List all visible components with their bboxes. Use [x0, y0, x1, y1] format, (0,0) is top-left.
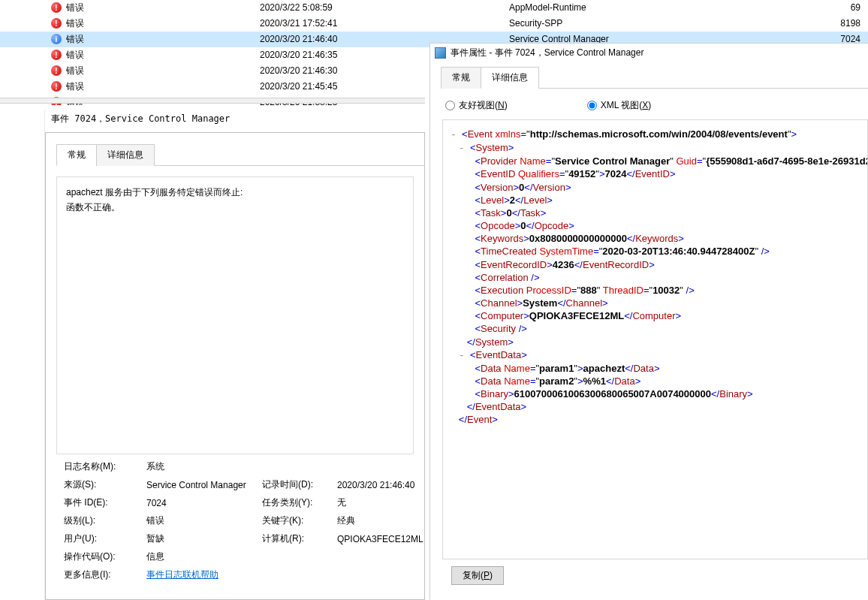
cell-level: 错误 [66, 34, 84, 44]
radio-xml-view[interactable]: XML 视图(X) [587, 99, 652, 112]
event-row[interactable]: !错误2020/3/21 17:52:41Security-SPP8198 [0, 16, 868, 32]
error-icon: ! [51, 81, 62, 92]
label-log-name: 日志名称(M): [64, 460, 146, 473]
cell-level: 错误 [66, 50, 84, 60]
error-icon: ! [51, 50, 62, 60]
message-textbox[interactable]: apachezt 服务由于下列服务特定错误而终止: 函数不正确。 [56, 176, 414, 454]
prop-tabstrip: 常规 详细信息 [441, 66, 868, 89]
details-tabstrip: 常规 详细信息 [56, 143, 424, 166]
cell-level: 错误 [66, 81, 84, 92]
label-more-info: 更多信息(I): [64, 568, 146, 581]
value-task-cat: 无 [337, 496, 423, 509]
xml-content[interactable]: - <Event xmlns="http://schemas.microsoft… [442, 119, 868, 559]
label-level: 级别(L): [64, 514, 146, 527]
value-logged: 2020/3/20 21:46:40 [337, 480, 423, 490]
error-icon: ! [51, 65, 62, 76]
view-mode-radios: 友好视图(N) XML 视图(X) [445, 99, 863, 112]
window-icon [435, 47, 446, 59]
value-keywords: 经典 [337, 514, 423, 527]
value-computer: QPIOKA3FECE12ML [337, 534, 423, 544]
horizontal-splitter[interactable] [0, 98, 425, 104]
cell-level: 错误 [66, 18, 84, 29]
value-event-id: 7024 [146, 498, 262, 508]
error-icon: ! [51, 2, 62, 13]
label-computer: 计算机(R): [262, 532, 337, 545]
titlebar[interactable]: 事件属性 - 事件 7024，Service Control Manager [430, 44, 868, 62]
details-heading: 事件 7024，Service Control Manager [51, 113, 230, 125]
cell-event-id: 8198 [826, 18, 868, 29]
message-line: apachezt 服务由于下列服务特定错误而终止: [66, 185, 404, 200]
cell-time: 2020/3/21 17:52:41 [260, 18, 509, 29]
label-task-cat: 任务类别(Y): [262, 496, 337, 509]
label-keywords: 关键字(K): [262, 514, 337, 527]
value-opcode: 信息 [146, 550, 262, 563]
cell-time: 2020/3/22 5:08:59 [260, 2, 509, 13]
cell-source: AppModel-Runtime [509, 2, 826, 13]
radio-xml-input[interactable] [587, 101, 597, 110]
cell-level: 错误 [66, 65, 84, 76]
details-frame: 常规 详细信息 apachezt 服务由于下列服务特定错误而终止: 函数不正确。… [45, 132, 425, 600]
info-icon: i [51, 34, 62, 44]
window-title: 事件属性 - 事件 7024，Service Control Manager [451, 47, 643, 59]
cell-event-id: 69 [826, 2, 868, 13]
prop-tab-general[interactable]: 常规 [441, 67, 481, 89]
event-properties-window: 事件属性 - 事件 7024，Service Control Manager 常… [429, 43, 868, 600]
value-source: Service Control Manager [146, 480, 262, 490]
tab-details[interactable]: 详细信息 [96, 144, 155, 166]
metadata-grid: 日志名称(M): 系统 来源(S): Service Control Manag… [64, 460, 406, 581]
cell-level: 错误 [66, 2, 84, 13]
event-details-panel: 事件 7024，Service Control Manager 常规 详细信息 … [45, 105, 425, 600]
label-opcode: 操作代码(O): [64, 550, 146, 563]
message-line: 函数不正确。 [66, 200, 404, 215]
copy-button[interactable]: 复制(P) [451, 566, 504, 585]
label-event-id: 事件 ID(E): [64, 496, 146, 509]
radio-friendly-input[interactable] [445, 101, 455, 110]
link-online-help[interactable]: 事件日志联机帮助 [146, 568, 262, 581]
tab-general[interactable]: 常规 [56, 144, 97, 166]
radio-friendly-view[interactable]: 友好视图(N) [445, 99, 508, 112]
value-user: 暂缺 [146, 532, 262, 545]
cell-source: Security-SPP [509, 18, 826, 29]
label-source: 来源(S): [64, 478, 146, 491]
value-level: 错误 [146, 514, 262, 527]
prop-tab-details[interactable]: 详细信息 [481, 67, 539, 89]
value-log-name: 系统 [146, 460, 262, 473]
error-icon: ! [51, 18, 62, 29]
label-user: 用户(U): [64, 532, 146, 545]
label-logged: 记录时间(D): [262, 478, 337, 491]
event-row[interactable]: !错误2020/3/22 5:08:59AppModel-Runtime69 [0, 0, 868, 16]
